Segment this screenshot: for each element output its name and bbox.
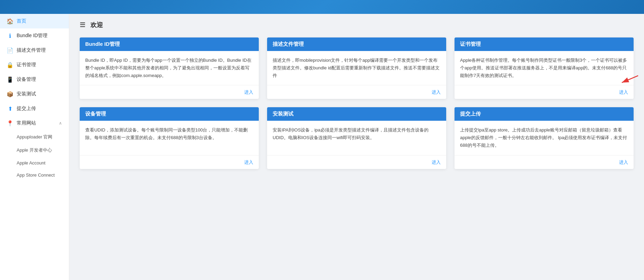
upload-icon: ⬆ xyxy=(7,105,13,112)
sidebar-sub-appuploader[interactable]: Appuploader 官网 xyxy=(0,130,69,144)
card-cert-footer: 进入 xyxy=(455,85,634,99)
page-header: ☰ 欢迎 xyxy=(80,21,634,29)
card-desc-file-body: 描述文件，即mobileprovision文件，针对每个app编译需要一个开发类… xyxy=(267,51,446,85)
sidebar-item-cert[interactable]: 🔒 证书管理 xyxy=(0,58,69,72)
card-install-test: 安装测试 安装IPA到IOS设备，ipa必须是开发类型描述文件编译，且描述文件包… xyxy=(267,107,446,169)
sidebar-item-bundle-id[interactable]: ℹ Bundle ID管理 xyxy=(0,28,69,43)
card-cert-wrapper: 证书管理 Apple各种证书制作管理。每个账号制作同类型证书一般限制3个，一个证… xyxy=(455,37,634,99)
card-desc-file-header: 描述文件管理 xyxy=(267,37,446,51)
card-cert: 证书管理 Apple各种证书制作管理。每个账号制作同类型证书一般限制3个，一个证… xyxy=(455,37,634,99)
sidebar-label-submit-upload: 提交上传 xyxy=(17,105,36,112)
home-icon: 🏠 xyxy=(7,18,13,24)
card-desc-file: 描述文件管理 描述文件，即mobileprovision文件，针对每个app编译… xyxy=(267,37,446,99)
sidebar-sub-label-app-store-connect: App Store Connect xyxy=(17,172,55,178)
page-title: 欢迎 xyxy=(90,21,103,29)
cards-grid: Bundle ID管理 Bundle ID，即App ID，需要为每个app一个… xyxy=(80,37,634,169)
card-bundle-id-header: Bundle ID管理 xyxy=(80,37,259,51)
card-submit-upload-body: 上传提交Ipa至app store。上传成功后去apple账号对应邮箱（留意垃圾… xyxy=(455,121,634,155)
card-cert-body: Apple各种证书制作管理。每个账号制作同类型证书一般限制3个，一个证书可以被多… xyxy=(455,51,634,85)
card-install-test-link[interactable]: 进入 xyxy=(432,160,441,165)
sidebar-label-home: 首页 xyxy=(17,18,26,24)
main-content: ☰ 欢迎 Bundle ID管理 Bundle ID，即App ID，需要为每个… xyxy=(69,14,644,280)
sidebar-item-install-test[interactable]: 📦 安装测试 xyxy=(0,87,69,101)
card-device-body: 查看UDID，添加测试设备。每个账号限制同一设备类型100台，只能增加，不能删除… xyxy=(80,121,259,155)
sidebar-item-home[interactable]: 🏠 首页 xyxy=(0,14,69,28)
cert-icon: 🔒 xyxy=(7,62,13,68)
sites-icon: 📍 xyxy=(7,120,13,126)
card-device-footer: 进入 xyxy=(80,155,259,169)
sidebar-item-device[interactable]: 📱 设备管理 xyxy=(0,72,69,87)
sidebar-label-desc-file: 描述文件管理 xyxy=(17,47,46,53)
sidebar-item-common-sites[interactable]: 📍 常用网站 ∧ xyxy=(0,116,69,130)
card-bundle-id-body: Bundle ID，即App ID，需要为每个app一个设置一个独立的Bundl… xyxy=(80,51,259,85)
card-device-link[interactable]: 进入 xyxy=(244,160,253,165)
card-device: 设备管理 查看UDID，添加测试设备。每个账号限制同一设备类型100台，只能增加… xyxy=(80,107,259,169)
card-bundle-id: Bundle ID管理 Bundle ID，即App ID，需要为每个app一个… xyxy=(80,37,259,99)
sidebar-label-install-test: 安装测试 xyxy=(17,91,36,97)
card-bundle-id-footer: 进入 xyxy=(80,85,259,99)
test-icon: 📦 xyxy=(7,91,13,97)
card-submit-upload-link[interactable]: 进入 xyxy=(619,160,628,165)
card-device-header: 设备管理 xyxy=(80,107,259,121)
sidebar-sub-label-appuploader: Appuploader 官网 xyxy=(17,134,52,140)
sidebar-sub-apple-account[interactable]: Apple Account xyxy=(0,157,69,169)
card-install-test-footer: 进入 xyxy=(267,155,446,169)
sidebar-item-desc-file[interactable]: 📄 描述文件管理 xyxy=(0,43,69,58)
sidebar-sub-app-store-connect[interactable]: App Store Connect xyxy=(0,169,69,181)
sidebar-sub-label-apple-account: Apple Account xyxy=(17,160,45,166)
sidebar: 🏠 首页 ℹ Bundle ID管理 📄 描述文件管理 🔒 证书管理 📱 设备管… xyxy=(0,14,69,280)
card-cert-header: 证书管理 xyxy=(455,37,634,51)
card-submit-upload-header: 提交上传 xyxy=(455,107,634,121)
sidebar-label-common-sites: 常用网站 xyxy=(17,120,36,126)
sidebar-sub-apple-dev[interactable]: Apple 开发者中心 xyxy=(0,144,69,157)
card-install-test-body: 安装IPA到IOS设备，ipa必须是开发类型描述文件编译，且描述文件包含设备的U… xyxy=(267,121,446,155)
card-desc-file-link[interactable]: 进入 xyxy=(432,90,441,95)
menu-icon: ☰ xyxy=(80,21,85,29)
sidebar-label-bundle-id: Bundle ID管理 xyxy=(17,33,47,39)
sidebar-label-device: 设备管理 xyxy=(17,76,36,83)
card-submit-upload: 提交上传 上传提交Ipa至app store。上传成功后去apple账号对应邮箱… xyxy=(455,107,634,169)
device-icon: 📱 xyxy=(7,76,13,83)
chevron-up-icon: ∧ xyxy=(59,121,62,126)
card-cert-link[interactable]: 进入 xyxy=(619,90,628,95)
sidebar-label-cert: 证书管理 xyxy=(17,62,36,68)
sidebar-sub-label-apple-dev: Apple 开发者中心 xyxy=(17,147,52,153)
card-submit-upload-footer: 进入 xyxy=(455,155,634,169)
card-bundle-id-link[interactable]: 进入 xyxy=(244,90,253,95)
card-install-test-header: 安装测试 xyxy=(267,107,446,121)
desc-icon: 📄 xyxy=(7,47,13,53)
card-desc-file-footer: 进入 xyxy=(267,85,446,99)
top-bar xyxy=(0,0,644,14)
bundle-icon: ℹ xyxy=(7,33,13,39)
sidebar-item-submit-upload[interactable]: ⬆ 提交上传 xyxy=(0,101,69,116)
